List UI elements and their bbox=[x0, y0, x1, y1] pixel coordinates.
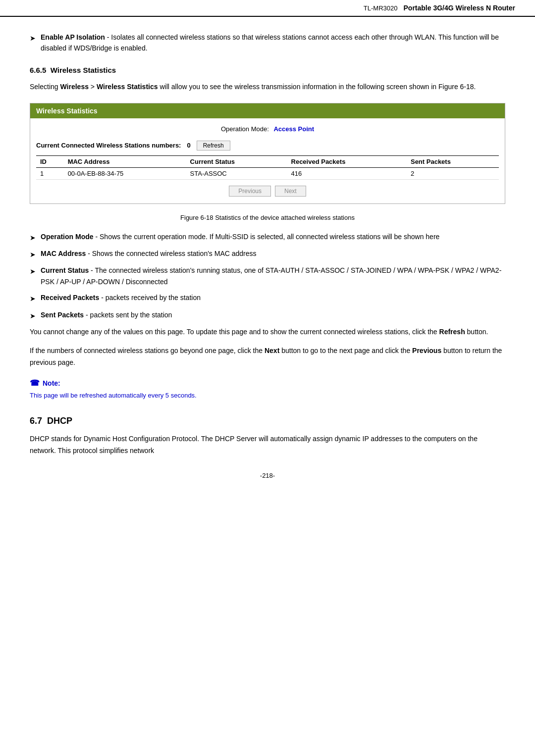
status-bullet: ➤ Current Status - The connected wireles… bbox=[30, 265, 505, 287]
stations-table: ID MAC Address Current Status Received P… bbox=[36, 155, 499, 180]
note-section: ☎ Note: This page will be refreshed auto… bbox=[30, 378, 505, 401]
table-row: 100-0A-EB-88-34-75STA-ASSOC4162 bbox=[36, 167, 499, 179]
received-bullet-label: Received Packets bbox=[41, 294, 99, 302]
note-icon: ☎ bbox=[30, 378, 40, 388]
col-received: Received Packets bbox=[287, 155, 407, 167]
dhcp-text: DHCP stands for Dynamic Host Configurati… bbox=[30, 433, 505, 457]
op-mode-bullet-text: Operation Mode - Shows the current opera… bbox=[41, 231, 505, 243]
stations-label: Current Connected Wireless Stations numb… bbox=[36, 142, 181, 149]
cell-sent: 2 bbox=[407, 167, 499, 179]
wireless-statistics-widget: Wireless Statistics Operation Mode: Acce… bbox=[30, 103, 505, 204]
ap-isolation-bullet: ➤ Enable AP Isolation - Isolates all con… bbox=[30, 32, 505, 54]
bullet-arrow-icon: ➤ bbox=[30, 293, 36, 304]
note-label-text: Note: bbox=[43, 379, 60, 387]
sent-bullet-text: Sent Packets - packets sent by the stati… bbox=[41, 309, 505, 321]
status-bullet-label: Current Status bbox=[41, 266, 89, 274]
col-sent: Sent Packets bbox=[407, 155, 499, 167]
widget-header: Wireless Statistics bbox=[30, 103, 505, 118]
refresh-button[interactable]: Refresh bbox=[197, 141, 230, 151]
bullet-arrow-icon: ➤ bbox=[30, 33, 36, 54]
section-intro-text: Selecting Wireless > Wireless Statistics… bbox=[30, 81, 505, 93]
section-67-heading: 6.7 DHCP bbox=[30, 416, 505, 426]
bullet-arrow-icon: ➤ bbox=[30, 266, 36, 287]
col-id: ID bbox=[36, 155, 64, 167]
note-text: This page will be refreshed automaticall… bbox=[30, 391, 505, 401]
feature-bullets: ➤ Operation Mode - Shows the current ope… bbox=[30, 231, 505, 321]
mac-bullet: ➤ MAC Address - Shows the connected wire… bbox=[30, 248, 505, 260]
product-title: Portable 3G/4G Wireless N Router bbox=[404, 4, 516, 12]
paragraph-refresh: You cannot change any of the values on t… bbox=[30, 326, 505, 338]
col-status: Current Status bbox=[186, 155, 287, 167]
bullet-arrow-icon: ➤ bbox=[30, 232, 36, 243]
mac-bullet-text: MAC Address - Shows the connected wirele… bbox=[41, 248, 505, 260]
main-content: ➤ Enable AP Isolation - Isolates all con… bbox=[0, 17, 535, 494]
mac-bullet-label: MAC Address bbox=[41, 250, 86, 257]
section-665-heading: 6.6.5 Wireless Statistics bbox=[30, 66, 505, 74]
figure-caption: Figure 6-18 Statistics of the device att… bbox=[30, 214, 505, 221]
status-bullet-text: Current Status - The connected wireless … bbox=[41, 265, 505, 287]
cell-received: 416 bbox=[287, 167, 407, 179]
note-label: ☎ Note: bbox=[30, 378, 505, 388]
model-number: TL-MR3020 bbox=[364, 4, 398, 12]
op-mode-value: Access Point bbox=[273, 125, 314, 133]
op-mode-bullet: ➤ Operation Mode - Shows the current ope… bbox=[30, 231, 505, 243]
table-header-row: ID MAC Address Current Status Received P… bbox=[36, 155, 499, 167]
sent-bullet: ➤ Sent Packets - packets sent by the sta… bbox=[30, 309, 505, 321]
col-mac: MAC Address bbox=[64, 155, 186, 167]
cell-id: 1 bbox=[36, 167, 64, 179]
paragraph-next-prev: If the numbers of connected wireless sta… bbox=[30, 345, 505, 369]
stations-count: 0 bbox=[187, 142, 190, 149]
sent-bullet-label: Sent Packets bbox=[41, 311, 84, 319]
op-mode-bullet-label: Operation Mode bbox=[41, 233, 94, 241]
cell-status: STA-ASSOC bbox=[186, 167, 287, 179]
widget-body: Operation Mode: Access Point Current Con… bbox=[30, 118, 505, 203]
stations-count-row: Current Connected Wireless Stations numb… bbox=[36, 141, 499, 151]
previous-button[interactable]: Previous bbox=[229, 186, 271, 197]
table-nav-row: Previous Next bbox=[36, 186, 499, 197]
cell-mac: 00-0A-EB-88-34-75 bbox=[64, 167, 186, 179]
operation-mode-row: Operation Mode: Access Point bbox=[36, 125, 499, 133]
ap-isolation-desc: - Isolates all connected wireless statio… bbox=[41, 33, 499, 52]
page-number: -218- bbox=[30, 472, 505, 479]
received-bullet: ➤ Received Packets - packets received by… bbox=[30, 292, 505, 304]
next-button[interactable]: Next bbox=[275, 186, 306, 197]
ap-isolation-label: Enable AP Isolation bbox=[41, 33, 105, 41]
bullet-arrow-icon: ➤ bbox=[30, 249, 36, 260]
received-bullet-text: Received Packets - packets received by t… bbox=[41, 292, 505, 304]
op-mode-label: Operation Mode: bbox=[221, 125, 269, 133]
bullet-arrow-icon: ➤ bbox=[30, 310, 36, 321]
ap-isolation-text: Enable AP Isolation - Isolates all conne… bbox=[41, 32, 505, 54]
page-header: TL-MR3020 Portable 3G/4G Wireless N Rout… bbox=[0, 0, 535, 17]
